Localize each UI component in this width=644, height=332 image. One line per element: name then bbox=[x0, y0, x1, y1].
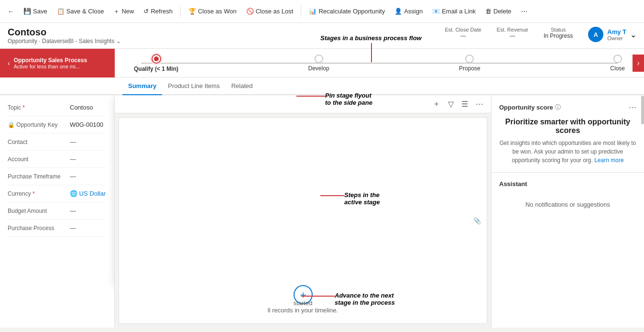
stage-close[interactable]: Close bbox=[610, 55, 625, 72]
form-row-budget: Budget Amount --- bbox=[8, 202, 107, 220]
form-label-account: Account bbox=[8, 156, 70, 163]
record-header: Contoso Opportunity · DataverseBI - Sale… bbox=[0, 23, 644, 49]
breadcrumb: Opportunity · DataverseBI - Sales Insigh… bbox=[8, 38, 121, 44]
tabs-bar: Summary Product Line Items Related bbox=[0, 77, 644, 95]
filter-button[interactable]: ▽ bbox=[446, 98, 456, 111]
save-close-button[interactable]: 📋 Save & Close bbox=[53, 5, 108, 18]
save-button[interactable]: 💾 Save bbox=[20, 5, 51, 18]
recalculate-button[interactable]: 📊 Recalculate Opportunity bbox=[305, 5, 389, 18]
panel-toolbar: ＋ ▽ ☰ ⋯ bbox=[115, 95, 491, 113]
assistant-empty-text: No notifications or suggestions bbox=[499, 193, 636, 216]
stage-circle-propose bbox=[465, 55, 474, 63]
stage-qualify[interactable]: Qualify (< 1 Min) bbox=[134, 54, 178, 72]
save-icon: 💾 bbox=[23, 8, 31, 15]
form-value-account: --- bbox=[70, 155, 76, 163]
delete-icon: 🗑 bbox=[485, 8, 491, 15]
stage-label-propose: Propose bbox=[459, 65, 480, 72]
recalculate-icon: 📊 bbox=[309, 8, 317, 15]
form-value-currency[interactable]: 🌐 US Dollar bbox=[70, 190, 106, 197]
est-close-date-field: Est. Close Date --- bbox=[445, 27, 481, 39]
right-panel: Opportunity score ⓘ ⋯ Prioritize smarter… bbox=[491, 95, 644, 328]
back-icon: ← bbox=[8, 8, 14, 15]
stage-label-close: Close bbox=[610, 65, 625, 72]
more-button[interactable]: ⋯ bbox=[517, 5, 531, 18]
assistant-section: Assistant No notifications or suggestion… bbox=[491, 173, 644, 223]
status-field: Status In Progress bbox=[544, 27, 573, 39]
left-panel: Topic * Contoso 🔒 Opportunity Key W0G-00… bbox=[0, 95, 115, 328]
tab-product-line-items[interactable]: Product Line Items bbox=[162, 77, 225, 95]
form-row-account: Account --- bbox=[8, 151, 107, 168]
form-row-currency: Currency * 🌐 US Dollar bbox=[8, 185, 107, 202]
new-icon: ＋ bbox=[113, 7, 120, 16]
form-value-contact: --- bbox=[70, 138, 76, 145]
form-label-budget: Budget Amount bbox=[8, 208, 70, 214]
tab-related[interactable]: Related bbox=[226, 77, 259, 95]
stage-label-qualify: Qualify (< 1 Min) bbox=[134, 66, 178, 72]
form-value-topic: Contoso bbox=[70, 104, 93, 111]
add-activity-button[interactable]: ＋ bbox=[431, 97, 442, 111]
form-row-purchase-process: Purchase Process --- bbox=[8, 220, 107, 237]
owner-dropdown-button[interactable]: ⌄ bbox=[630, 30, 636, 39]
form-row-contact: Contact --- bbox=[8, 133, 107, 151]
record-info: Contoso Opportunity · DataverseBI - Sale… bbox=[8, 27, 121, 44]
scrollbar-thumb[interactable] bbox=[641, 96, 644, 124]
more-icon: ⋯ bbox=[521, 8, 527, 15]
record-meta: Est. Close Date --- Est. Revenue --- Sta… bbox=[445, 27, 636, 42]
form-value-purchase-process: --- bbox=[70, 224, 76, 232]
assign-button[interactable]: 👤 Assign bbox=[391, 5, 426, 18]
score-promo-text: Get insights into which opportunities ar… bbox=[499, 139, 636, 165]
form-row-topic: Topic * Contoso bbox=[8, 99, 107, 116]
separator bbox=[180, 6, 181, 17]
back-button[interactable]: ← bbox=[4, 5, 18, 18]
process-flow-area: ‹ Opportunity Sales Process Active for l… bbox=[0, 49, 644, 77]
score-promo-title: Prioritize smarter with opportunity scor… bbox=[499, 118, 636, 135]
process-stages: Qualify (< 1 Min) Develop Propose Close bbox=[134, 54, 625, 72]
breadcrumb-dropdown-icon[interactable]: ⌄ bbox=[116, 38, 121, 44]
refresh-icon: ↺ bbox=[143, 8, 149, 15]
timeline-empty-text: started ll records in your timeline. bbox=[268, 299, 338, 314]
score-more-button[interactable]: ⋯ bbox=[629, 103, 636, 112]
active-stage-banner[interactable]: ‹ Opportunity Sales Process Active for l… bbox=[0, 49, 115, 77]
stage-develop[interactable]: Develop bbox=[308, 55, 329, 72]
process-bar: Qualify (< 1 Min) Develop Propose Close … bbox=[115, 49, 644, 77]
refresh-button[interactable]: ↺ Refresh bbox=[140, 5, 176, 18]
assistant-title: Assistant bbox=[499, 180, 636, 188]
form-area: Topic * Contoso 🔒 Opportunity Key W0G-00… bbox=[0, 95, 114, 328]
form-label-opp-key: 🔒 Opportunity Key bbox=[8, 122, 70, 128]
owner-info: Amy T Owner bbox=[607, 28, 626, 41]
content-area: Topic * Contoso 🔒 Opportunity Key W0G-00… bbox=[0, 95, 644, 328]
form-value-purchase-timeframe: --- bbox=[70, 173, 76, 180]
email-link-button[interactable]: 📧 Email a Link bbox=[428, 5, 480, 18]
form-value-budget: --- bbox=[70, 207, 76, 214]
separator2 bbox=[301, 6, 301, 17]
stage-nav-left-button[interactable]: ‹ bbox=[8, 59, 10, 67]
owner-area: A Amy T Owner ⌄ bbox=[588, 27, 636, 42]
save-close-icon: 📋 bbox=[57, 8, 65, 15]
close-lost-icon: 🚫 bbox=[246, 8, 254, 15]
opportunity-score-section: Opportunity score ⓘ ⋯ Prioritize smarter… bbox=[491, 95, 644, 173]
new-button[interactable]: ＋ New bbox=[109, 4, 138, 19]
banner-text: Opportunity Sales Process Active for les… bbox=[14, 57, 87, 69]
close-won-icon: 🏆 bbox=[188, 8, 196, 15]
avatar: A bbox=[588, 27, 603, 42]
view-toggle-button[interactable]: ☰ bbox=[459, 98, 470, 111]
learn-more-link[interactable]: Learn more bbox=[594, 157, 623, 164]
form-value-opp-key: W0G-00100 bbox=[70, 121, 103, 128]
toolbar: ← 💾 Save 📋 Save & Close ＋ New ↺ Refresh … bbox=[0, 0, 644, 23]
info-icon: ⓘ bbox=[555, 103, 561, 111]
stage-label-develop: Develop bbox=[308, 65, 329, 72]
delete-button[interactable]: 🗑 Delete bbox=[481, 5, 515, 18]
form-row-purchase-timeframe: Purchase Timeframe --- bbox=[8, 168, 107, 185]
score-header: Opportunity score ⓘ ⋯ bbox=[499, 103, 636, 112]
attach-icon: 📎 bbox=[473, 217, 481, 224]
form-label-purchase-timeframe: Purchase Timeframe bbox=[8, 173, 70, 180]
close-won-button[interactable]: 🏆 Close as Won bbox=[185, 5, 240, 18]
stage-propose[interactable]: Propose bbox=[459, 55, 480, 72]
more-options-button[interactable]: ⋯ bbox=[474, 98, 485, 111]
tab-summary[interactable]: Summary bbox=[122, 77, 162, 95]
form-label-purchase-process: Purchase Process bbox=[8, 225, 70, 232]
close-lost-button[interactable]: 🚫 Close as Lost bbox=[242, 5, 297, 18]
stage-nav-right-button[interactable]: › bbox=[633, 55, 644, 72]
score-title-area: Opportunity score ⓘ bbox=[499, 103, 561, 111]
est-revenue-field: Est. Revenue --- bbox=[497, 27, 528, 39]
